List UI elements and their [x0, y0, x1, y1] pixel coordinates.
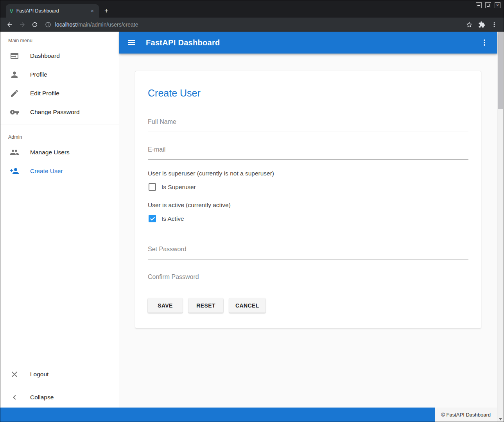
maximize-button[interactable] [485, 2, 491, 8]
sidebar: Main menu Dashboard Profile Edit Profile [0, 32, 119, 408]
sidebar-item-profile[interactable]: Profile [0, 65, 119, 84]
appbar-title: FastAPI Dashboard [146, 38, 220, 47]
extension-icon [478, 21, 485, 28]
copyright-text: © FastAPI Dashboard [441, 412, 491, 418]
url-path: /main/admin/users/create [77, 21, 138, 28]
active-checkbox-label: Is Active [161, 215, 184, 222]
url-text: localhost/main/admin/users/create [55, 21, 138, 28]
hamburger-menu-icon[interactable] [127, 38, 136, 47]
footer-copyright-card: © FastAPI Dashboard [435, 408, 497, 422]
sidebar-item-label: Collapse [30, 394, 54, 401]
sidebar-item-label: Create User [30, 168, 63, 175]
vuetify-favicon: V [10, 8, 13, 14]
superuser-note: User is superuser (currently is not a su… [148, 170, 468, 177]
reload-button[interactable] [29, 19, 40, 30]
full-name-field-wrapper [148, 114, 468, 132]
star-icon [466, 21, 473, 28]
confirm-password-field-wrapper [148, 270, 468, 287]
sidebar-item-label: Logout [30, 371, 48, 378]
sidebar-section-main-menu: Main menu [0, 32, 119, 46]
email-field-wrapper [148, 142, 468, 160]
tab-title: FastAPI Dashboard [16, 8, 86, 14]
main-area: FastAPI Dashboard Create User [119, 32, 497, 408]
pencil-icon [10, 89, 19, 98]
url-host: localhost [55, 21, 77, 28]
forward-icon [19, 21, 26, 28]
app-bar: FastAPI Dashboard [119, 32, 497, 54]
site-info-icon[interactable] [45, 21, 51, 28]
bookmark-button[interactable] [464, 19, 475, 30]
sidebar-section-admin: Admin [0, 128, 119, 143]
sidebar-item-label: Dashboard [30, 52, 60, 59]
key-icon [10, 107, 19, 117]
new-tab-button[interactable]: + [99, 4, 114, 18]
close-x-icon [10, 370, 19, 379]
sidebar-item-collapse[interactable]: Collapse [0, 387, 119, 408]
sidebar-item-dashboard[interactable]: Dashboard [0, 46, 119, 65]
scrollbar-thumb[interactable] [498, 32, 503, 109]
sidebar-item-label: Change Password [30, 109, 80, 116]
address-bar[interactable]: localhost/main/admin/users/create [45, 21, 459, 28]
page-scrollbar[interactable] [497, 32, 504, 422]
minimize-icon [477, 5, 480, 6]
extensions-button[interactable] [476, 19, 487, 30]
sidebar-divider [0, 125, 119, 125]
sidebar-item-logout[interactable]: Logout [0, 365, 119, 384]
set-password-field-wrapper [148, 242, 468, 259]
back-icon [6, 21, 13, 28]
save-button[interactable]: SAVE [148, 298, 183, 313]
form-buttons: SAVE RESET CANCEL [148, 298, 468, 313]
dashboard-icon [10, 51, 19, 61]
cancel-button[interactable]: CANCEL [229, 298, 265, 313]
forward-button[interactable] [17, 19, 28, 30]
back-button[interactable] [4, 19, 15, 30]
sidebar-item-edit-profile[interactable]: Edit Profile [0, 84, 119, 103]
scrollbar-down-button[interactable] [497, 418, 504, 420]
page-content: Create User User is superuser (currently… [119, 54, 497, 408]
full-name-input[interactable] [148, 114, 468, 132]
people-icon [10, 148, 19, 157]
app-footer: © FastAPI Dashboard [0, 408, 497, 422]
active-checkbox-row[interactable]: Is Active [148, 215, 468, 222]
more-vert-icon [491, 21, 498, 28]
confirm-password-input[interactable] [148, 270, 468, 287]
sidebar-item-label: Manage Users [30, 149, 70, 156]
sidebar-item-change-password[interactable]: Change Password [0, 103, 119, 122]
active-note: User is active (currently active) [148, 202, 468, 209]
browser-titlebar: V FastAPI Dashboard × + × [0, 0, 504, 18]
window-controls: × [476, 2, 500, 8]
scroll-down-arrow-icon [499, 418, 502, 420]
close-button[interactable]: × [495, 2, 500, 8]
email-input[interactable] [148, 142, 468, 160]
browser-toolbar: localhost/main/admin/users/create [0, 18, 504, 32]
superuser-checkbox[interactable] [149, 183, 156, 191]
person-icon [10, 70, 19, 79]
page-title: Create User [148, 88, 468, 99]
person-add-icon [10, 166, 19, 176]
superuser-checkbox-row[interactable]: Is Superuser [148, 183, 468, 191]
chevron-left-icon [10, 393, 19, 402]
sidebar-item-label: Profile [30, 71, 47, 78]
reload-icon [31, 21, 38, 28]
sidebar-item-create-user[interactable]: Create User [0, 162, 119, 181]
superuser-checkbox-label: Is Superuser [161, 184, 196, 191]
appbar-more-vert-icon[interactable] [480, 38, 489, 47]
browser-menu-button[interactable] [489, 19, 500, 30]
minimize-button[interactable] [476, 2, 482, 8]
create-user-card: Create User User is superuser (currently… [135, 71, 481, 329]
sidebar-item-label: Edit Profile [30, 90, 59, 97]
reset-button[interactable]: RESET [188, 298, 223, 313]
sidebar-item-manage-users[interactable]: Manage Users [0, 143, 119, 162]
maximize-icon [487, 4, 490, 7]
browser-window: V FastAPI Dashboard × + × localhost/main… [0, 0, 504, 422]
set-password-input[interactable] [148, 242, 468, 259]
tab-close-icon[interactable]: × [89, 7, 96, 14]
active-checkbox[interactable] [149, 215, 156, 222]
browser-tab[interactable]: V FastAPI Dashboard × [6, 4, 99, 18]
